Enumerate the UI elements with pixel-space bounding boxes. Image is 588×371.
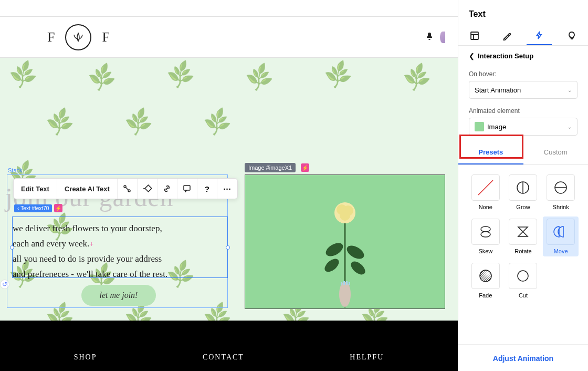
- insert-cursor-icon: +: [89, 240, 93, 248]
- image-element[interactable]: [245, 174, 445, 309]
- preset-move[interactable]: Move: [543, 217, 579, 256]
- svg-point-1: [128, 190, 130, 192]
- top-toolbar: [0, 0, 458, 17]
- on-hover-select[interactable]: Start Animation ⌄: [469, 81, 578, 99]
- svg-rect-17: [471, 32, 478, 39]
- tab-layout[interactable]: [462, 26, 487, 45]
- svg-point-25: [480, 270, 491, 282]
- animated-element-label: Animated element: [458, 99, 588, 118]
- text-line: we deliver fresh flowers to your doorste…: [13, 221, 227, 236]
- image-thumb-icon: [475, 122, 484, 131]
- preset-cut[interactable]: Cut: [506, 261, 541, 301]
- help-icon[interactable]: ?: [197, 179, 217, 199]
- text-line: each and every week.: [13, 239, 89, 249]
- svg-point-24: [481, 232, 490, 237]
- tab-custom[interactable]: Custom: [523, 141, 589, 164]
- flower-logo-icon: [65, 24, 91, 50]
- svg-point-4: [323, 240, 345, 259]
- site-header: F F: [0, 17, 458, 58]
- bolt-icon[interactable]: ⚡: [301, 163, 309, 172]
- text-body-selected[interactable]: we deliver fresh flowers to your doorste…: [12, 217, 228, 278]
- preset-grow[interactable]: Grow: [506, 172, 541, 212]
- bolt-icon[interactable]: ⚡: [54, 204, 62, 212]
- svg-point-11: [340, 210, 350, 221]
- svg-point-23: [481, 226, 490, 232]
- preset-custom-tabs: Presets Custom: [458, 141, 588, 165]
- chevron-left-icon: ❮: [469, 52, 475, 60]
- preset-none[interactable]: None: [468, 172, 503, 212]
- footer-link-helpful[interactable]: HELPFU: [350, 353, 384, 362]
- svg-rect-13: [341, 282, 342, 285]
- connect-icon[interactable]: [118, 179, 138, 199]
- svg-rect-16: [349, 282, 350, 285]
- logo: F F: [47, 24, 110, 50]
- preset-fade[interactable]: Fade: [468, 261, 503, 301]
- text-line: and prefreneces - we'll take care of the…: [13, 267, 227, 282]
- on-hover-label: On hover:: [458, 62, 588, 81]
- svg-point-0: [124, 186, 126, 188]
- tab-tips[interactable]: [559, 26, 584, 45]
- notification-bell-icon[interactable]: [425, 32, 434, 43]
- comment-icon[interactable]: [177, 179, 197, 199]
- svg-point-5: [344, 243, 366, 261]
- text-line: all you need to do is provide your addre…: [13, 252, 227, 267]
- preset-shrink[interactable]: Shrink: [543, 172, 579, 212]
- panel-main-tabs: [458, 23, 588, 46]
- tab-design[interactable]: [495, 26, 520, 45]
- logo-letter-right: F: [102, 29, 109, 45]
- tab-presets[interactable]: Presets: [458, 141, 523, 164]
- svg-point-6: [322, 256, 341, 274]
- preset-skew[interactable]: Skew: [468, 217, 503, 256]
- user-avatar[interactable]: [440, 32, 445, 43]
- animation-icon[interactable]: [138, 179, 158, 199]
- design-canvas[interactable]: 🌿 🌿 🌿 🌿 🌿 🌿 🌿 🌿 🌿 🌿 🌿 🌿 🌿 🌿 🌿 🌿 🌿 🌿 🌿 🌿 …: [0, 58, 458, 321]
- logo-letter-left: F: [47, 29, 55, 45]
- cta-button[interactable]: let me join!: [81, 285, 156, 306]
- footer-link-contact[interactable]: CONTACT: [203, 353, 244, 362]
- svg-rect-3: [184, 186, 190, 190]
- svg-point-12: [339, 282, 351, 307]
- stack-label: Stack: [8, 167, 23, 173]
- presets-grid: None Grow Shrink Skew Rotate Move Fade: [458, 165, 588, 303]
- preset-rotate[interactable]: Rotate: [506, 217, 541, 256]
- resize-handle-right[interactable]: [226, 245, 230, 250]
- svg-rect-2: [145, 185, 152, 192]
- text-floating-toolbar: Edit Text Create AI Text ? ⋯: [13, 178, 238, 199]
- back-interaction-setup[interactable]: ❮ Interaction Setup: [458, 46, 588, 62]
- image-element-tag[interactable]: Image #imageX1 ⚡: [245, 163, 309, 172]
- text-element-tag[interactable]: ‹Text #text70 ⚡: [14, 204, 62, 212]
- svg-rect-15: [346, 281, 348, 285]
- chevron-down-icon: ⌄: [568, 124, 572, 130]
- svg-rect-14: [343, 281, 345, 285]
- resize-handle-left[interactable]: [10, 245, 14, 250]
- tab-interactions[interactable]: [527, 26, 552, 45]
- adjust-animation-button[interactable]: Adjust Animation: [458, 344, 588, 371]
- link-icon[interactable]: [158, 179, 177, 199]
- svg-point-26: [518, 271, 528, 281]
- create-ai-text-button[interactable]: Create AI Text: [57, 179, 118, 199]
- footer-link-shop[interactable]: SHOP: [74, 353, 97, 362]
- inspector-panel: Text ❮ Interaction Setup On hover: Start…: [458, 0, 588, 371]
- chevron-down-icon: ⌄: [568, 87, 572, 93]
- more-icon[interactable]: ⋯: [217, 179, 237, 199]
- edit-text-button[interactable]: Edit Text: [14, 179, 57, 199]
- svg-point-7: [349, 259, 368, 277]
- panel-title: Text: [458, 0, 588, 23]
- site-footer: SHOP CONTACT HELPFU: [0, 321, 458, 371]
- svg-line-18: [478, 180, 493, 195]
- animated-element-select[interactable]: Image ⌄: [469, 118, 578, 136]
